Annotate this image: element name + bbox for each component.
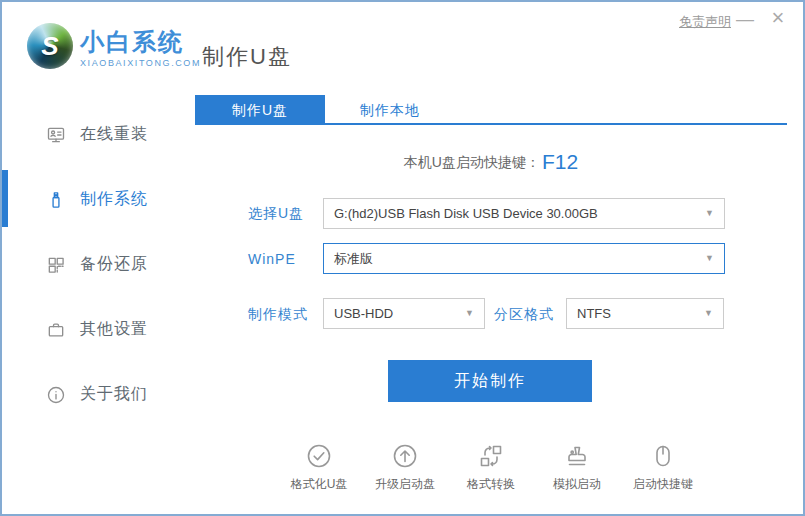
minimize-button[interactable]: —	[735, 8, 755, 30]
sidebar-item-label: 备份还原	[80, 254, 148, 275]
mode-select[interactable]: USB-HDD ▼	[323, 298, 485, 329]
briefcase-icon	[46, 320, 66, 340]
brand-name: 小白系统	[80, 29, 201, 55]
disclaimer-link[interactable]: 免责声明	[679, 13, 731, 31]
tool-simulate-boot[interactable]: 模拟启动	[547, 443, 607, 493]
stamp-icon	[564, 443, 590, 469]
partition-select-label: 分区格式	[494, 306, 554, 324]
mouse-icon	[650, 443, 676, 469]
winpe-select[interactable]: 标准版 ▼	[323, 243, 725, 274]
sidebar-item-other-settings[interactable]: 其他设置	[2, 297, 195, 362]
tool-label: 模拟启动	[553, 476, 601, 493]
sidebar-item-label: 制作系统	[80, 189, 148, 210]
mode-select-label: 制作模式	[248, 306, 308, 324]
logo-swirl-icon: S	[41, 33, 58, 59]
brand-block: 小白系统 XIAOBAIXITONG.COM	[80, 29, 201, 68]
sidebar-item-make-system[interactable]: 制作系统	[2, 167, 195, 232]
boot-hotkey-value: F12	[542, 150, 578, 173]
sidebar-item-label: 其他设置	[80, 319, 148, 340]
tool-format-convert[interactable]: 格式转换	[461, 443, 521, 493]
winpe-select-label: WinPE	[248, 251, 296, 267]
tab-bar: 制作U盘 制作本地	[195, 95, 787, 125]
chevron-down-icon: ▼	[704, 299, 713, 328]
info-icon	[46, 385, 66, 405]
tool-label: 升级启动盘	[375, 476, 435, 493]
tool-label: 格式化U盘	[291, 476, 348, 493]
tool-boot-hotkey[interactable]: 启动快捷键	[633, 443, 693, 493]
winpe-select-value: 标准版	[334, 251, 373, 266]
sidebar-item-online-reinstall[interactable]: 在线重装	[2, 102, 195, 167]
partition-select-value: NTFS	[577, 306, 611, 321]
tool-label: 启动快捷键	[633, 476, 693, 493]
chevron-down-icon: ▼	[705, 199, 714, 228]
chevron-down-icon: ▼	[705, 244, 714, 273]
tab-make-usb[interactable]: 制作U盘	[195, 95, 325, 125]
page-title: 制作U盘	[202, 42, 292, 72]
tab-make-local[interactable]: 制作本地	[325, 95, 455, 125]
usb-select-value: G:(hd2)USB Flash Disk USB Device 30.00GB	[334, 206, 598, 221]
chevron-down-icon: ▼	[465, 299, 474, 328]
tool-label: 格式转换	[467, 476, 515, 493]
sidebar-item-label: 在线重装	[80, 124, 148, 145]
app-logo: S	[27, 23, 73, 69]
tool-upgrade-bootdisk[interactable]: 升级启动盘	[375, 443, 435, 493]
brand-domain: XIAOBAIXITONG.COM	[80, 58, 201, 68]
monitor-user-icon	[46, 125, 66, 145]
boot-hotkey-row: 本机U盘启动快捷键：F12	[195, 150, 787, 174]
usb-select[interactable]: G:(hd2)USB Flash Disk USB Device 30.00GB…	[323, 198, 725, 229]
usb-drive-icon	[46, 190, 66, 210]
tool-format-usb[interactable]: 格式化U盘	[289, 443, 349, 493]
sidebar-item-backup-restore[interactable]: 备份还原	[2, 232, 195, 297]
boot-hotkey-label: 本机U盘启动快捷键：	[404, 154, 540, 170]
check-circle-icon	[306, 443, 332, 469]
app-window: S 小白系统 XIAOBAIXITONG.COM 制作U盘 免责声明 — × 在…	[0, 0, 805, 516]
mode-select-value: USB-HDD	[334, 306, 393, 321]
arrow-up-circle-icon	[392, 443, 418, 469]
sidebar-item-about-us[interactable]: 关于我们	[2, 362, 195, 427]
partition-select[interactable]: NTFS ▼	[566, 298, 724, 329]
close-button[interactable]: ×	[767, 5, 789, 31]
backup-grid-icon	[46, 255, 66, 275]
usb-select-label: 选择U盘	[248, 205, 304, 223]
convert-icon	[478, 443, 504, 469]
bottom-toolbar: 格式化U盘 升级启动盘 格式转换 模拟启动	[195, 443, 787, 493]
start-make-button[interactable]: 开始制作	[388, 360, 592, 402]
sidebar-item-label: 关于我们	[80, 384, 148, 405]
